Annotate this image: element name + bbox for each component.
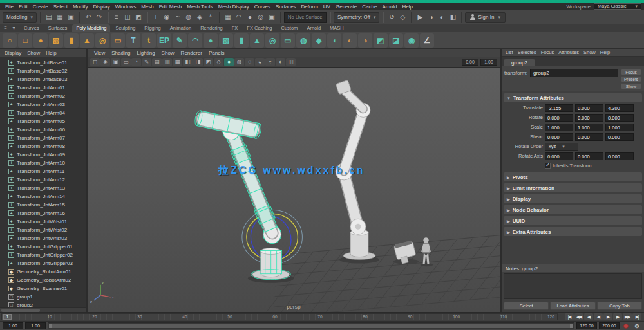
ae-attr-field[interactable]: 1.000 — [545, 124, 573, 131]
resolution-gate-icon[interactable]: ▥ — [162, 58, 172, 66]
super-ellipse-icon[interactable]: ◖ — [327, 33, 341, 48]
outliner-horizontal-scrollbar[interactable] — [0, 307, 86, 312]
shelf-tab-arnold[interactable]: Arnold — [303, 24, 325, 32]
sculpt-tool-icon[interactable]: ◐ — [343, 33, 357, 48]
outliner-item[interactable]: +Transform_JntArm16 — [0, 209, 86, 217]
ao-icon[interactable]: ◓ — [265, 58, 275, 66]
outliner-item[interactable]: ◆Geometry_RobotArm01 — [0, 268, 86, 276]
shelf-tab-menu-icon[interactable]: ≡ — [2, 25, 9, 31]
mask-surfaces-icon[interactable]: ◍ — [184, 12, 194, 23]
text-tool-icon[interactable]: T — [126, 33, 140, 48]
ae-attr-field[interactable]: 0.000 — [545, 133, 573, 141]
ae-attr-field[interactable]: 0.000 — [545, 114, 573, 122]
range-end-handle[interactable] — [570, 324, 573, 328]
outliner-item[interactable]: +Transform_JntArm07 — [0, 134, 86, 142]
playback-end-field[interactable]: 120.00 — [576, 322, 597, 329]
poly-torus-icon[interactable]: ◎ — [265, 33, 279, 48]
textured-mode-icon[interactable]: ◍ — [234, 58, 244, 66]
outliner-item[interactable]: +Transform_JntBase02 — [0, 67, 86, 75]
new-scene-icon[interactable]: ▤ — [44, 12, 54, 23]
xray-icon[interactable]: ◫ — [286, 58, 296, 66]
auto-keyframe-button[interactable] — [621, 322, 630, 330]
menu-mesh-tools[interactable]: Mesh Tools — [184, 4, 215, 10]
menu-help[interactable]: Help — [400, 4, 415, 10]
nurbs-cone-icon[interactable]: ▲ — [80, 33, 94, 48]
outliner-item[interactable]: +Transform_JntGripper03 — [0, 259, 86, 268]
pivot-icon[interactable]: ◇ — [397, 12, 408, 23]
nurbs-torus-icon[interactable]: ◎ — [95, 33, 109, 48]
arc-tool-icon[interactable]: ◠ — [188, 33, 202, 48]
notes-header[interactable]: Notes: group2 — [502, 264, 644, 272]
current-time-marker[interactable]: 1 — [3, 314, 12, 320]
ae-attr-field[interactable]: 4.300 — [605, 104, 634, 112]
outliner-item[interactable]: +Transform_JntWrist02 — [0, 226, 86, 234]
menu-mesh[interactable]: Mesh — [138, 4, 156, 10]
rotate-order-dropdown[interactable]: xyz — [545, 143, 578, 151]
menu-display[interactable]: Display — [91, 4, 113, 10]
menu-generate[interactable]: Generate — [333, 4, 359, 10]
platonic-solid-icon[interactable]: ◆ — [312, 33, 326, 48]
menu-edit[interactable]: Edit — [16, 4, 30, 10]
outliner-item[interactable]: □group2 — [0, 301, 86, 307]
shaded-mode-icon[interactable]: ● — [224, 58, 234, 66]
ae-attr-field[interactable]: 0.000 — [605, 114, 634, 122]
outliner-item[interactable]: +Transform_JntArm04 — [0, 109, 86, 117]
outliner-item[interactable]: +Transform_JntArm03 — [0, 100, 86, 109]
nurbs-plane-icon[interactable]: ▭ — [111, 33, 125, 48]
ae-attr-field[interactable]: 0.000 — [575, 104, 603, 112]
outliner-item[interactable]: +Transform_JntArm02 — [0, 92, 86, 100]
mask-dynamics-icon[interactable]: * — [205, 12, 216, 23]
outliner-item[interactable]: +Transform_JntBase03 — [0, 75, 86, 84]
scrollbar-thumb[interactable] — [1, 309, 40, 312]
time-slider[interactable]: 1102030405060708090100110120 1 — [1, 313, 558, 320]
target-weld-icon[interactable]: ◉ — [404, 33, 419, 48]
sign-in-button[interactable]: Sign In — [465, 12, 505, 23]
save-scene-icon[interactable]: ▣ — [66, 12, 76, 23]
snap-projected-center-icon[interactable]: ◎ — [256, 12, 266, 23]
poly-disc-icon[interactable]: ◍ — [296, 33, 310, 48]
ae-menu-help[interactable]: Help — [600, 50, 610, 55]
scanner-prop[interactable] — [393, 241, 419, 264]
menu-cache[interactable]: Cache — [359, 4, 379, 10]
exposure-field[interactable]: 0.00 — [462, 59, 478, 66]
select-object-icon[interactable]: ◫ — [122, 12, 133, 23]
ae-menu-list[interactable]: List — [506, 50, 513, 55]
outliner-menu-show[interactable]: Show — [27, 50, 40, 56]
menu-create[interactable]: Create — [30, 4, 51, 10]
nurbs-cube-icon[interactable]: ▧ — [49, 33, 63, 48]
viewport-menu-renderer[interactable]: Renderer — [178, 50, 205, 56]
render-settings-icon[interactable]: ◧ — [448, 12, 458, 23]
ae-tab-group2[interactable]: group2 — [504, 59, 535, 66]
outliner-item[interactable]: +Transform_JntArm12 — [0, 176, 86, 184]
nurbs-cylinder-icon[interactable]: ▮ — [64, 33, 79, 48]
outliner-menu-display[interactable]: Display — [5, 50, 21, 56]
wireframe-mode-icon[interactable]: ◇ — [214, 58, 223, 66]
ae-menu-attributes[interactable]: Attributes — [558, 50, 579, 55]
ae-attr-field[interactable]: 0.000 — [605, 133, 634, 141]
quad-draw-icon[interactable]: ◩ — [374, 33, 388, 48]
section-transform-attributes[interactable]: Transform Attributes — [504, 93, 642, 102]
menu-set-dropdown[interactable]: Modeling — [3, 12, 37, 23]
mask-joints-icon[interactable]: ◉ — [162, 12, 172, 23]
viewport-menu-shading[interactable]: Shading — [109, 50, 133, 56]
live-surface-field[interactable]: No Live Surface — [284, 12, 327, 23]
workspace-dropdown[interactable]: Maya Classic — [594, 3, 641, 10]
go-to-end-button[interactable]: ▶| — [632, 313, 641, 320]
film-gate-icon[interactable]: ▤ — [152, 58, 162, 66]
gate-mask-icon[interactable]: ▦ — [173, 58, 182, 66]
curves-circle-icon[interactable]: ○ — [3, 33, 17, 48]
menu-arnold[interactable]: Arnold — [379, 4, 399, 10]
menu-modify[interactable]: Modify — [70, 4, 91, 10]
ae-menu-selected[interactable]: Selected — [518, 50, 536, 55]
viewport-menu-view[interactable]: View — [91, 50, 108, 56]
outliner-item[interactable]: +Transform_JntArm13 — [0, 184, 86, 192]
lights-icon[interactable]: ◌ — [245, 58, 254, 66]
ae-select-button[interactable]: Select — [504, 302, 549, 310]
outliner-item[interactable]: +Transform_JntArm11 — [0, 167, 86, 176]
ae-section-node-behavior[interactable]: Node Behavior — [504, 205, 642, 214]
ae-section-uuid[interactable]: UUID — [504, 216, 642, 225]
shelf-tab-surfaces[interactable]: Surfaces — [44, 24, 71, 32]
measure-distance-icon[interactable]: ∠ — [420, 33, 434, 48]
shelf-tab-sculpting[interactable]: Sculpting — [111, 24, 139, 32]
outliner-menu-help[interactable]: Help — [46, 50, 56, 56]
